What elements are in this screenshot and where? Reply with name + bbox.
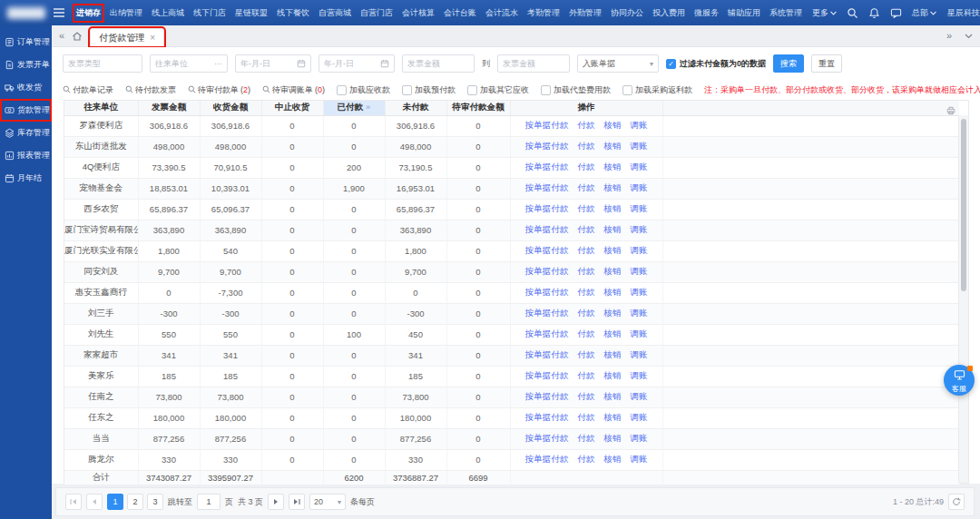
partner-input[interactable]: [155, 59, 211, 68]
column-header[interactable]: 未付款: [385, 101, 446, 115]
op-link[interactable]: 按单据付款: [525, 308, 569, 318]
customer-service-button[interactable]: 客服: [944, 365, 975, 396]
op-link[interactable]: 付款: [577, 349, 594, 359]
jump-page-input[interactable]: [197, 494, 220, 510]
amount-max-field[interactable]: [497, 54, 570, 73]
nav-item[interactable]: 会计台账: [442, 5, 478, 21]
nav-item[interactable]: 协同办公: [609, 5, 645, 21]
nav-item[interactable]: 线下餐饮: [275, 5, 311, 21]
reset-button[interactable]: 重置: [811, 54, 842, 73]
quick-link[interactable]: 待审调账单(0): [262, 84, 325, 96]
tab-list-dropdown-icon[interactable]: [965, 34, 973, 39]
column-header[interactable]: 待审付款金额: [446, 101, 510, 115]
nav-item[interactable]: 会计流水: [484, 5, 520, 21]
op-link[interactable]: 核销: [603, 391, 621, 401]
op-link[interactable]: 付款: [577, 454, 594, 464]
table-scrollbar[interactable]: [958, 115, 968, 483]
op-link[interactable]: 按单据付款: [525, 120, 569, 130]
nav-item[interactable]: 辅助应用: [726, 5, 762, 21]
tab-payment-management[interactable]: 付货款管理 ×: [90, 28, 164, 46]
sidebar-item[interactable]: 库存管理: [0, 122, 52, 144]
op-link[interactable]: 按单据付款: [525, 182, 569, 192]
load-option-checkbox[interactable]: 加载其它应收: [467, 84, 529, 96]
refresh-button[interactable]: [948, 494, 965, 510]
op-link[interactable]: 调账: [630, 182, 647, 192]
column-header[interactable]: 中止收货: [261, 101, 323, 115]
page-button-2[interactable]: 2: [127, 494, 143, 510]
table-row[interactable]: 罗森便利店306,918.6306,918.600306,918.60按单据付款…: [64, 115, 959, 136]
op-link[interactable]: 核销: [603, 224, 621, 234]
page-button-3[interactable]: 3: [147, 494, 163, 510]
checkbox-unchecked[interactable]: [337, 85, 347, 95]
op-link[interactable]: 核销: [603, 141, 621, 151]
table-row[interactable]: 任东之180,000180,00000180,0000按单据付款付款核销调账: [64, 407, 959, 428]
op-link[interactable]: 调账: [630, 162, 647, 171]
printer-icon[interactable]: [946, 103, 956, 119]
op-link[interactable]: 付款: [577, 120, 594, 130]
amount-max-input[interactable]: [503, 59, 564, 68]
calendar-icon[interactable]: [380, 59, 389, 68]
op-link[interactable]: 按单据付款: [525, 412, 569, 422]
op-link[interactable]: 核销: [603, 287, 621, 297]
close-icon[interactable]: ×: [150, 33, 155, 43]
checkbox-unchecked[interactable]: [467, 85, 477, 95]
checkbox-unchecked[interactable]: [541, 85, 551, 95]
op-link[interactable]: 调账: [630, 120, 647, 130]
table-row[interactable]: 腾龙尔330330003300按单据付款付款核销调账: [64, 449, 959, 470]
quick-link[interactable]: 待审付款单(2): [188, 84, 250, 96]
table-row[interactable]: 惠安玉鑫商行0-7,3000000按单据付款付款核销调账: [64, 282, 959, 303]
op-link[interactable]: 核销: [603, 120, 621, 130]
org-switcher[interactable]: 总部: [910, 5, 938, 21]
checkbox-unchecked[interactable]: [402, 85, 412, 95]
op-link[interactable]: 按单据付款: [525, 224, 569, 234]
column-header[interactable]: 往来单位: [64, 101, 138, 115]
op-link[interactable]: 调账: [630, 308, 647, 318]
table-row[interactable]: 同安刘及9,7009,700009,7000按单据付款付款核销调账: [64, 261, 959, 282]
date-from-input[interactable]: [240, 59, 294, 68]
table-row[interactable]: 4Q便利店73,390.570,910.5020073,190.50按单据付款付…: [64, 157, 959, 178]
op-link[interactable]: 调账: [630, 391, 647, 401]
table-row[interactable]: 家家超市341341003410按单据付款付款核销调账: [64, 345, 959, 366]
table-row[interactable]: 厦门光联实业有限公司1,800540001,8000按单据付款付款核销调账: [64, 240, 959, 261]
sidebar-item[interactable]: 货款管理: [0, 99, 52, 122]
op-link[interactable]: 调账: [630, 412, 647, 422]
op-link[interactable]: 按单据付款: [525, 370, 569, 380]
op-link[interactable]: 按单据付款: [525, 287, 569, 297]
search-button[interactable]: 搜索: [773, 54, 804, 73]
op-link[interactable]: 付款: [577, 328, 594, 338]
nav-item[interactable]: 进销存: [74, 5, 103, 21]
search-icon[interactable]: [845, 5, 859, 20]
op-link[interactable]: 调账: [630, 245, 647, 255]
per-page-select[interactable]: 20 ▾: [309, 494, 346, 510]
op-link[interactable]: 按单据付款: [525, 266, 569, 276]
ellipsis-icon[interactable]: ···: [214, 59, 222, 68]
op-link[interactable]: 调账: [630, 224, 647, 234]
sidebar-item[interactable]: 报表管理: [0, 144, 52, 167]
op-link[interactable]: 付款: [577, 162, 594, 171]
op-link[interactable]: 核销: [603, 308, 621, 318]
calendar-icon[interactable]: [297, 59, 306, 68]
amount-min-field[interactable]: [402, 54, 475, 73]
nav-item[interactable]: 会计核算: [400, 5, 436, 21]
entry-doc-select[interactable]: 入账单据 ▾: [577, 54, 659, 73]
checkbox-unchecked[interactable]: [622, 85, 632, 95]
op-link[interactable]: 付款: [577, 370, 594, 380]
op-link[interactable]: 付款: [577, 182, 594, 192]
table-row[interactable]: 西乡农贸65,896.3765,096.370065,896.370按单据付款付…: [64, 199, 959, 220]
op-link[interactable]: 核销: [603, 203, 621, 213]
date-from-field[interactable]: [235, 54, 311, 73]
op-link[interactable]: 核销: [603, 349, 621, 359]
op-link[interactable]: 按单据付款: [525, 162, 569, 171]
column-header[interactable]: 收货金额: [200, 101, 261, 115]
op-link[interactable]: 付款: [577, 412, 594, 422]
partner-field[interactable]: ···: [150, 54, 228, 73]
op-link[interactable]: 付款: [577, 141, 594, 151]
op-link[interactable]: 按单据付款: [525, 203, 569, 213]
op-link[interactable]: 核销: [603, 412, 621, 422]
op-link[interactable]: 调账: [630, 203, 647, 213]
op-link[interactable]: 付款: [577, 433, 594, 443]
nav-more[interactable]: 更多: [810, 5, 838, 21]
nav-item[interactable]: 自营商城: [317, 5, 353, 21]
sidebar-item[interactable]: 订单管理: [0, 31, 52, 54]
table-row[interactable]: 刘先生55055001004500按单据付款付款核销调账: [64, 324, 959, 345]
